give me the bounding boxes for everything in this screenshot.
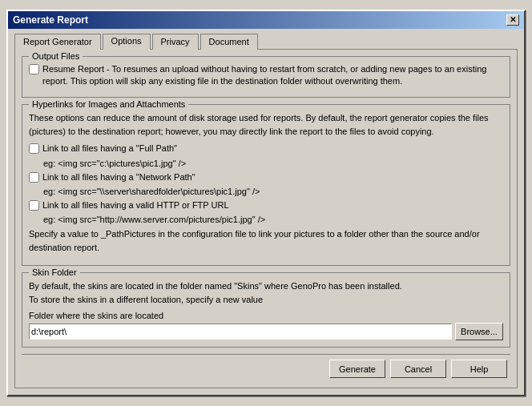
hyperlink-fullpath-checkbox[interactable] bbox=[29, 143, 39, 154]
main-window: Generate Report ✕ Report Generator Optio… bbox=[6, 10, 526, 397]
skin-folder-group: Skin Folder By default, the skins are lo… bbox=[22, 272, 510, 348]
path-pictures-note: Specify a value to _PathPictures in the … bbox=[29, 227, 503, 254]
tab-bar: Report Generator Options Privacy Documen… bbox=[14, 34, 518, 50]
tab-options[interactable]: Options bbox=[103, 34, 151, 50]
help-button[interactable]: Help bbox=[451, 360, 507, 378]
output-files-group: Output Files Resume Report - To resumes … bbox=[22, 56, 510, 98]
skin-folder-legend: Skin Folder bbox=[29, 267, 80, 277]
resume-report-row: Resume Report - To resumes an upload wit… bbox=[29, 63, 503, 88]
folder-label-text: Folder where the skins are located bbox=[29, 311, 503, 320]
hyperlink-option-3-row: Link to all files having a valid HTTP or… bbox=[29, 199, 503, 211]
bottom-bar: Generate Cancel Help bbox=[22, 354, 510, 381]
hyperlink-option-1-row: Link to all files having a "Full Path" bbox=[29, 143, 503, 155]
hyperlink-httpftp-eg: eg: <img src="http://www.server.com/pict… bbox=[43, 215, 503, 224]
folder-row: Browse... bbox=[29, 323, 503, 340]
hyperlink-networkpath-checkbox[interactable] bbox=[29, 172, 39, 183]
tab-document[interactable]: Document bbox=[200, 34, 258, 50]
close-button[interactable]: ✕ bbox=[506, 14, 519, 26]
hyperlink-fullpath-eg: eg: <img src="c:\pictures\pic1.jpg" /> bbox=[43, 159, 503, 168]
hyperlink-httpftp-checkbox[interactable] bbox=[29, 200, 39, 211]
hyperlinks-group: Hyperlinks for Images and Attachments Th… bbox=[22, 104, 510, 266]
hyperlink-option-2-row: Link to all files having a "Network Path… bbox=[29, 171, 503, 183]
hyperlinks-info: These options can reduce the amount of d… bbox=[29, 111, 503, 138]
resume-report-label: Resume Report - To resumes an upload wit… bbox=[42, 63, 503, 88]
skin-folder-info: By default, the skins are located in the… bbox=[29, 279, 503, 306]
tab-content: Output Files Resume Report - To resumes … bbox=[14, 49, 518, 389]
folder-input[interactable] bbox=[29, 324, 452, 340]
title-bar: Generate Report ✕ bbox=[8, 11, 524, 29]
hyperlink-fullpath-label: Link to all files having a "Full Path" bbox=[42, 143, 177, 155]
output-files-legend: Output Files bbox=[29, 51, 83, 61]
tab-privacy[interactable]: Privacy bbox=[152, 34, 199, 50]
hyperlink-networkpath-eg: eg: <img src="\\server\sharedfolder\pict… bbox=[43, 187, 503, 196]
window-body: Report Generator Options Privacy Documen… bbox=[8, 29, 524, 396]
hyperlink-httpftp-label: Link to all files having a valid HTTP or… bbox=[42, 199, 229, 211]
hyperlink-networkpath-label: Link to all files having a "Network Path… bbox=[42, 171, 195, 183]
browse-button[interactable]: Browse... bbox=[455, 323, 503, 340]
resume-report-checkbox[interactable] bbox=[29, 64, 39, 74]
cancel-button[interactable]: Cancel bbox=[390, 360, 446, 378]
generate-button[interactable]: Generate bbox=[329, 360, 385, 378]
window-title: Generate Report bbox=[13, 14, 88, 26]
hyperlinks-legend: Hyperlinks for Images and Attachments bbox=[29, 99, 188, 109]
tab-report-generator[interactable]: Report Generator bbox=[14, 34, 101, 50]
